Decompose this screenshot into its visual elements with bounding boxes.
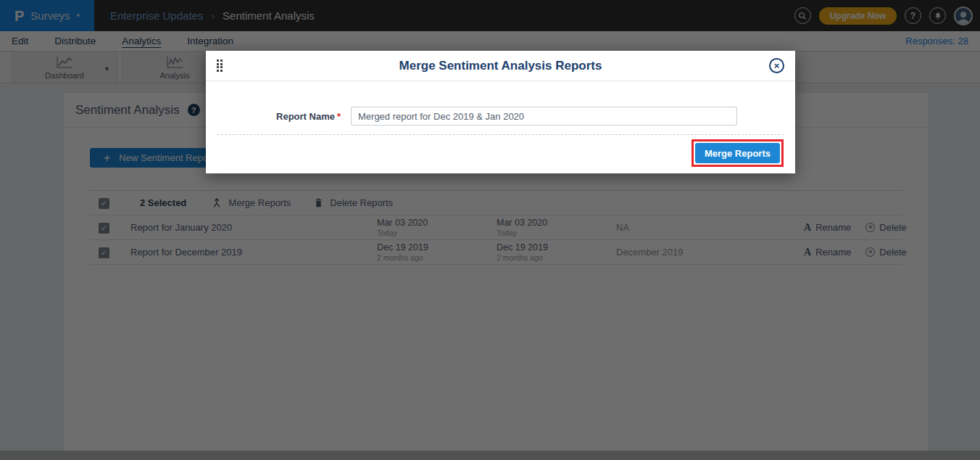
drag-handle-icon[interactable] xyxy=(217,59,223,72)
report-name-row: Report Name* xyxy=(206,107,795,126)
report-name-label-text: Report Name xyxy=(276,111,335,122)
merge-reports-button[interactable]: Merge Reports xyxy=(695,143,780,163)
close-icon: × xyxy=(774,60,780,71)
modal-body: Report Name* xyxy=(206,81,795,126)
action-annotation-highlight: Merge Reports xyxy=(692,139,784,167)
modal-header: Merge Sentiment Analysis Reports × xyxy=(206,51,795,81)
modal-footer: Merge Reports xyxy=(206,135,795,173)
report-name-input[interactable] xyxy=(351,107,737,126)
modal-title: Merge Sentiment Analysis Reports xyxy=(206,59,795,73)
report-name-label: Report Name* xyxy=(206,111,341,122)
modal-close-button[interactable]: × xyxy=(769,58,784,73)
merge-reports-modal: Merge Sentiment Analysis Reports × Repor… xyxy=(206,51,795,173)
required-asterisk: * xyxy=(337,111,341,122)
